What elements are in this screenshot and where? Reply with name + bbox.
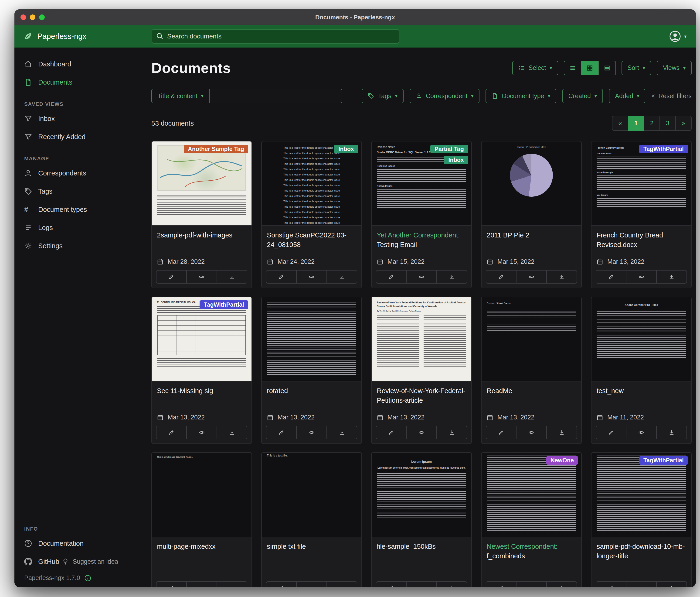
view-list-button[interactable] <box>564 61 581 75</box>
document-title[interactable]: simple txt file <box>262 537 361 564</box>
download-button[interactable] <box>326 270 357 283</box>
document-card[interactable]: This is a test file.simple txt file <box>261 452 362 587</box>
title-content-input[interactable] <box>209 89 342 103</box>
document-card[interactable]: Patient BP Distribution 20112011 BP Pie … <box>481 141 582 288</box>
search-input[interactable] <box>152 29 399 44</box>
preview-button[interactable] <box>626 582 656 587</box>
download-button[interactable] <box>656 426 686 439</box>
document-title[interactable]: Yet Another Correspondent: Testing Email <box>372 226 471 253</box>
tag-badge[interactable]: TagWithPartial <box>639 145 688 153</box>
document-title[interactable]: ReadMe <box>481 381 581 408</box>
created-filter-dropdown[interactable]: Created ▾ <box>562 89 603 103</box>
download-button[interactable] <box>546 270 577 283</box>
tag-badge[interactable]: Another Sample Tag <box>184 145 248 153</box>
pagination-next[interactable]: » <box>675 116 692 131</box>
document-card[interactable]: NewOneNewest Correspondent: f_combineds <box>481 452 582 587</box>
preview-button[interactable] <box>516 270 546 283</box>
document-title[interactable]: Newest Correspondent: f_combineds <box>481 537 581 564</box>
minimize-button[interactable] <box>30 15 35 20</box>
document-title[interactable]: test_new <box>592 381 691 408</box>
sidebar-item-recently-added[interactable]: Recently Added <box>15 128 141 146</box>
edit-button[interactable] <box>376 582 406 587</box>
edit-button[interactable] <box>156 582 186 587</box>
document-thumbnail[interactable]: This is a test file. <box>262 453 361 537</box>
preview-button[interactable] <box>186 582 217 587</box>
document-card[interactable]: InboxThis is a test for the double space… <box>261 141 362 288</box>
preview-button[interactable] <box>186 426 217 439</box>
close-button[interactable] <box>21 15 26 20</box>
download-button[interactable] <box>217 426 247 439</box>
sidebar-item-settings[interactable]: Settings <box>15 237 141 255</box>
document-thumbnail[interactable]: InboxThis is a test for the double space… <box>262 141 361 226</box>
document-title[interactable]: file-sample_150kBs <box>372 537 471 564</box>
document-title[interactable]: Review-of-New-York-Federal-Petitions-art… <box>372 381 471 408</box>
document-title[interactable]: 2sample-pdf-with-images <box>152 226 251 253</box>
preview-button[interactable] <box>296 270 326 283</box>
preview-button[interactable] <box>296 582 326 587</box>
edit-button[interactable] <box>596 582 626 587</box>
tag-badge[interactable]: Inbox <box>334 145 358 153</box>
document-title[interactable]: sample-pdf-download-10-mb-longer-title <box>592 537 691 564</box>
pagination-page-1[interactable]: 1 <box>628 116 644 131</box>
edit-button[interactable] <box>267 582 296 587</box>
document-card[interactable]: TagWithPartialsample-pdf-download-10-mb-… <box>591 452 692 587</box>
sidebar-item-correspondents[interactable]: Correspondents <box>15 164 141 182</box>
correspondent-filter-dropdown[interactable]: Correspondent ▾ <box>409 89 480 103</box>
document-thumbnail[interactable]: Partial TagInboxRelease NotesSimba ODBC … <box>372 141 471 226</box>
document-thumbnail[interactable]: Patient BP Distribution 2011 <box>481 141 581 226</box>
document-card[interactable]: Review of New York Federal Petitions for… <box>371 296 472 444</box>
preview-button[interactable] <box>406 270 436 283</box>
download-button[interactable] <box>436 426 467 439</box>
preview-button[interactable] <box>516 426 546 439</box>
app-brand[interactable]: Paperless-ngx <box>15 32 141 41</box>
sidebar-item-github[interactable]: GitHub <box>15 552 62 571</box>
tags-filter-dropdown[interactable]: Tags ▾ <box>361 89 403 103</box>
document-correspondent[interactable]: Yet Another Correspondent: <box>377 231 460 239</box>
document-card[interactable]: Another Sample Tag2sample-pdf-with-image… <box>151 141 252 288</box>
document-thumbnail[interactable]: Another Sample Tag <box>152 141 251 226</box>
document-title[interactable]: Sec 11-Missing sig <box>152 381 251 408</box>
zoom-button[interactable] <box>39 15 45 20</box>
document-card[interactable]: Adobe Acrobat PDF Filestest_newMar 11, 2… <box>591 296 692 444</box>
tag-badge[interactable]: Inbox <box>444 156 468 164</box>
preview-button[interactable] <box>516 582 546 587</box>
pagination-page-2[interactable]: 2 <box>644 116 660 131</box>
document-card[interactable]: Contact Sheet DemoReadMeMar 13, 2022 <box>481 296 582 444</box>
download-button[interactable] <box>656 270 686 283</box>
select-dropdown[interactable]: Select ▾ <box>512 61 558 75</box>
download-button[interactable] <box>436 582 467 587</box>
download-button[interactable] <box>326 426 357 439</box>
document-card[interactable]: Lorem ipsumLorem ipsum dolor sit amet, c… <box>371 452 472 587</box>
download-button[interactable] <box>546 582 577 587</box>
document-correspondent[interactable]: Newest Correspondent: <box>487 543 558 550</box>
tag-badge[interactable]: TagWithPartial <box>200 301 248 309</box>
preview-button[interactable] <box>626 426 656 439</box>
sort-dropdown[interactable]: Sort ▾ <box>622 61 651 75</box>
download-button[interactable] <box>656 582 686 587</box>
document-thumbnail[interactable]: Contact Sheet Demo <box>481 297 581 381</box>
tag-badge[interactable]: TagWithPartial <box>639 456 688 464</box>
document-thumbnail[interactable]: This is a multi page document. Page 1. <box>152 453 251 537</box>
preview-button[interactable] <box>406 582 436 587</box>
edit-button[interactable] <box>376 270 406 283</box>
edit-button[interactable] <box>156 270 186 283</box>
document-thumbnail[interactable]: Review of New York Federal Petitions for… <box>372 297 471 381</box>
pagination-page-3[interactable]: 3 <box>659 116 676 131</box>
sidebar-item-dashboard[interactable]: Dashboard <box>15 55 141 73</box>
title-content-dropdown[interactable]: Title & content ▾ <box>151 89 209 103</box>
suggest-idea-link[interactable]: Suggest an idea <box>62 558 118 565</box>
document-card[interactable]: rotatedMar 13, 2022 <box>261 296 362 444</box>
document-card[interactable]: Partial TagInboxRelease NotesSimba ODBC … <box>371 141 472 288</box>
view-grid-button[interactable] <box>581 61 599 75</box>
sidebar-item-documentation[interactable]: Documentation <box>15 534 141 552</box>
download-button[interactable] <box>326 582 357 587</box>
document-thumbnail[interactable]: TagWithPartial <box>592 453 691 537</box>
preview-button[interactable] <box>626 270 656 283</box>
preview-button[interactable] <box>296 426 326 439</box>
document-thumbnail[interactable] <box>262 297 361 381</box>
added-filter-dropdown[interactable]: Added ▾ <box>609 89 645 103</box>
download-button[interactable] <box>546 426 577 439</box>
document-title[interactable]: rotated <box>262 381 361 408</box>
edit-button[interactable] <box>486 582 516 587</box>
tag-badge[interactable]: Partial Tag <box>430 145 468 153</box>
